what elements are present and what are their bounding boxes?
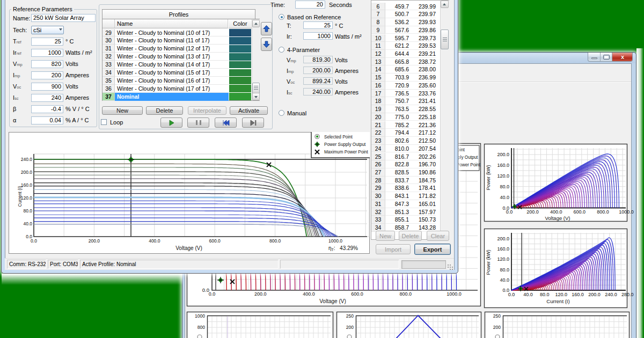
svg-text:43.29%: 43.29% [340,245,358,251]
svg-text:Voltage (V): Voltage (V) [175,245,202,251]
svg-text:200.0: 200.0 [89,238,100,244]
svg-text:800.0: 800.0 [269,238,281,244]
svg-text:Current (I): Current (I) [17,186,23,207]
svg-text:40.0: 40.0 [23,221,32,226]
svg-text:0.0: 0.0 [26,234,32,239]
svg-text:400.0: 400.0 [149,238,160,244]
svg-text:1000.0: 1000.0 [328,238,342,244]
svg-text:Power Supply Output: Power Supply Output [324,142,366,147]
svg-text:Maximum Power Point: Maximum Power Point [324,150,369,155]
svg-text:80.0: 80.0 [23,208,32,214]
svg-text:240.0: 240.0 [21,157,33,162]
svg-text:600.0: 600.0 [209,238,221,244]
svg-text:200.0: 200.0 [21,170,33,175]
svg-text:Selected Point: Selected Point [324,135,353,139]
